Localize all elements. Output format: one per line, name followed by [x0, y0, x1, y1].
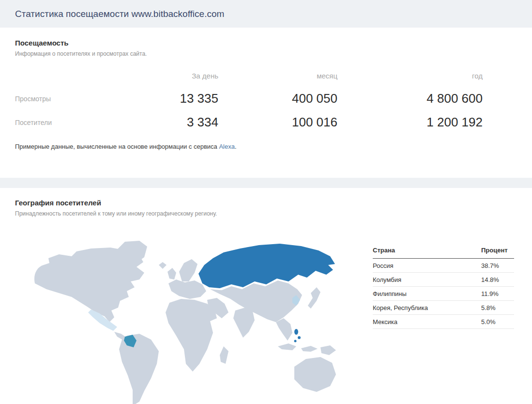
- geo-country-name: Корея, Республика: [373, 301, 481, 315]
- geo-country-percent: 14.8%: [481, 273, 514, 287]
- geo-country-percent: 38.7%: [481, 259, 514, 273]
- map-region-indochina: [276, 318, 292, 341]
- map-region-iceland: [159, 262, 167, 269]
- traffic-note-period: .: [235, 143, 237, 150]
- map-region-south-america: [119, 334, 159, 404]
- geography-table: Страна Процент Россия 38.7% Колумбия 14.…: [373, 245, 514, 329]
- table-row: Мексика 5.0%: [373, 315, 514, 329]
- table-row: Колумбия 14.8%: [373, 273, 514, 287]
- alexa-link[interactable]: Alexa: [219, 143, 235, 150]
- traffic-row-label: Посетители: [15, 110, 97, 134]
- table-row: Корея, Республика 5.8%: [373, 301, 514, 315]
- map-region-japan: [308, 287, 320, 309]
- views-per-day: 13 335: [97, 87, 218, 110]
- geo-country-percent: 5.8%: [481, 301, 514, 315]
- views-per-month: 400 050: [218, 87, 337, 110]
- map-region-indonesia-east: [301, 346, 318, 352]
- map-region-north-america: [34, 248, 144, 322]
- traffic-row-label: Просмотры: [15, 87, 97, 110]
- page-header: Статистика посещаемости www.bitbackoffic…: [0, 0, 532, 28]
- geo-col-percent: Процент: [481, 245, 514, 259]
- geography-table-header-row: Страна Процент: [373, 245, 514, 259]
- traffic-table-header-row: За день месяц год: [15, 72, 483, 87]
- visitors-per-day: 3 334: [97, 110, 218, 134]
- geo-country-name: Россия: [373, 259, 481, 273]
- traffic-section-title: Посещаемость: [15, 39, 483, 47]
- traffic-note-text: Примерные данные, вычисленные на основе …: [15, 143, 219, 150]
- map-region-africa: [166, 299, 217, 372]
- traffic-col-empty: [15, 72, 97, 87]
- geography-section-header: География посетителей Принадлежность пос…: [15, 199, 354, 217]
- map-region-uk: [167, 268, 176, 280]
- page-title: Статистика посещаемости www.bitbackoffic…: [0, 0, 532, 28]
- traffic-section: Посещаемость Информация о посетителях и …: [15, 39, 483, 150]
- world-map: [15, 237, 339, 404]
- map-region-new-guinea: [320, 345, 336, 355]
- table-row: Филиппины 11.9%: [373, 287, 514, 301]
- map-region-australia: [294, 357, 336, 392]
- map-region-scandinavia: [179, 259, 198, 281]
- traffic-table: За день месяц год Просмотры 13 335 400 0…: [15, 72, 483, 134]
- visitors-per-month: 100 016: [218, 110, 337, 134]
- geo-country-percent: 11.9%: [481, 287, 514, 301]
- geo-col-country: Страна: [373, 245, 481, 259]
- traffic-col-day: За день: [97, 72, 218, 87]
- map-region-india: [233, 308, 255, 338]
- geo-country-name: Мексика: [373, 315, 481, 329]
- map-country-russia: [198, 244, 335, 288]
- traffic-row-visitors: Посетители 3 334 100 016 1 200 192: [15, 110, 483, 134]
- section-divider: [0, 178, 532, 188]
- geography-section-subtitle: Принадлежность посетителей к тому или ин…: [15, 210, 354, 217]
- geography-section-title: География посетителей: [15, 199, 354, 207]
- traffic-row-views: Просмотры 13 335 400 050 4 800 600: [15, 87, 483, 110]
- views-per-year: 4 800 600: [337, 87, 483, 110]
- traffic-note: Примерные данные, вычисленные на основе …: [15, 143, 483, 150]
- geo-country-name: Филиппины: [373, 287, 481, 301]
- map-region-indonesia-west: [278, 343, 296, 350]
- visit-statistics-page: Статистика посещаемости www.bitbackoffic…: [0, 0, 532, 404]
- geo-country-name: Колумбия: [373, 273, 481, 287]
- traffic-col-month: месяц: [218, 72, 337, 87]
- traffic-section-subtitle: Информация о посетителях и просмотрах са…: [15, 50, 483, 57]
- map-country-philippines: [294, 329, 301, 342]
- map-region-madagascar: [220, 346, 228, 364]
- visitors-per-year: 1 200 192: [337, 110, 483, 134]
- table-row: Россия 38.7%: [373, 259, 514, 273]
- traffic-col-year: год: [337, 72, 483, 87]
- geo-country-percent: 5.0%: [481, 315, 514, 329]
- map-region-europe: [168, 280, 206, 299]
